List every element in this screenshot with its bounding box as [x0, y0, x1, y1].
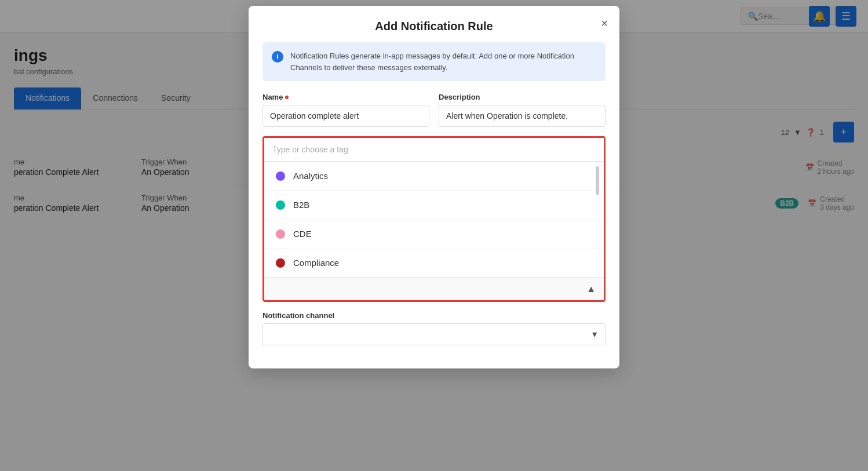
tag-dropdown-wrapper: Analytics B2B CDE Compliance: [262, 136, 606, 302]
channel-label: Notification channel: [262, 311, 606, 320]
scrollbar-thumb: [596, 166, 599, 195]
tag-label-b2b: B2B: [293, 200, 309, 210]
modal-close-button[interactable]: ×: [601, 17, 608, 29]
info-icon: i: [272, 51, 283, 63]
description-input[interactable]: [439, 105, 606, 127]
analytics-dot: [276, 171, 285, 181]
channel-select[interactable]: [262, 323, 606, 345]
tag-input[interactable]: [264, 138, 604, 161]
tag-label-cde: CDE: [293, 229, 312, 239]
channel-field-group: Notification channel ▼: [262, 311, 606, 345]
modal-dialog: Add Notification Rule × i Notification R…: [249, 6, 619, 368]
compliance-dot: [276, 258, 285, 268]
info-banner: i Notification Rules generate in-app mes…: [262, 42, 606, 81]
tag-label-compliance: Compliance: [293, 258, 339, 268]
cde-dot: [276, 229, 285, 239]
collapse-dropdown-button[interactable]: ▲: [586, 284, 596, 294]
description-field-group: Description: [439, 93, 606, 127]
required-indicator: [285, 96, 289, 99]
tag-label-analytics: Analytics: [293, 171, 328, 181]
b2b-dot: [276, 200, 285, 210]
info-text: Notification Rules generate in-app messa…: [290, 50, 596, 73]
modal-overlay: Add Notification Rule × i Notification R…: [0, 0, 868, 471]
tag-item-cde[interactable]: CDE: [264, 220, 604, 249]
tag-item-compliance[interactable]: Compliance: [264, 249, 604, 278]
modal-title: Add Notification Rule: [375, 20, 493, 33]
description-label: Description: [439, 93, 606, 101]
name-field-group: Name: [262, 93, 429, 127]
channel-select-wrapper: ▼: [262, 323, 606, 345]
tag-list: Analytics B2B CDE Compliance: [264, 162, 604, 278]
name-input[interactable]: [262, 105, 429, 127]
name-label: Name: [262, 93, 429, 101]
tag-dropdown-footer: ▲: [264, 278, 604, 300]
modal-header: Add Notification Rule ×: [249, 6, 619, 42]
name-description-row: Name Description: [262, 93, 606, 127]
tag-input-row: [264, 138, 604, 162]
tag-item-b2b[interactable]: B2B: [264, 191, 604, 220]
tag-item-analytics[interactable]: Analytics: [264, 162, 604, 191]
modal-body: i Notification Rules generate in-app mes…: [249, 42, 619, 368]
